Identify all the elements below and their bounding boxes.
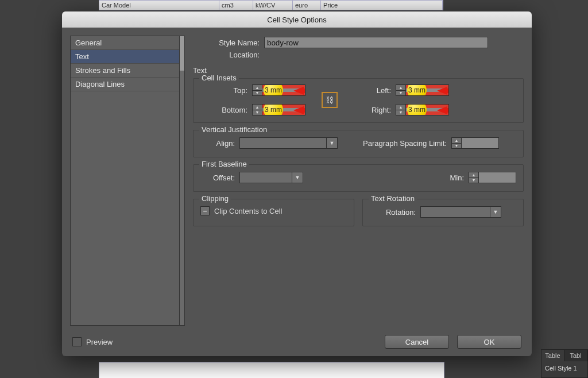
location-label: Location:	[193, 51, 264, 59]
bottom-label: Bottom:	[200, 106, 252, 114]
sidebar-scrollbar[interactable]	[179, 36, 185, 326]
rotation-label: Rotation:	[370, 208, 420, 217]
legend-cell-insets: Cell Insets	[199, 74, 239, 82]
stepper-up-icon[interactable]: ▲	[396, 85, 405, 90]
col-header: cm3	[219, 1, 253, 10]
arrow-left-icon	[293, 106, 304, 114]
psl-label: Paragraph Spacing Limit:	[338, 139, 451, 148]
chevron-down-icon[interactable]: ▼	[292, 172, 303, 183]
legend-clipping: Clipping	[199, 194, 231, 203]
sidebar-item-general[interactable]: General	[71, 36, 180, 50]
offset-label: Offset:	[200, 173, 239, 182]
document-table-header: Car Model cm3 kW/CV euro Price	[99, 0, 443, 10]
legend-vjust: Vertical Justification	[199, 125, 269, 134]
stepper-down-icon[interactable]: ▼	[452, 143, 461, 149]
sidebar-item-text[interactable]: Text	[71, 50, 180, 64]
dialog-footer: Preview Cancel OK	[62, 327, 532, 356]
stepper-up-icon[interactable]: ▲	[253, 85, 262, 90]
col-header: Price	[321, 1, 443, 10]
dialog-title: Cell Style Options	[267, 16, 326, 24]
inset-bottom-stepper[interactable]: ▲▼ 3 mm	[252, 104, 315, 115]
min-stepper[interactable]: ▲▼	[469, 172, 516, 183]
inset-left-stepper[interactable]: ▲▼ 3 mm	[396, 84, 459, 96]
arrow-left-icon	[437, 87, 447, 95]
arrow-left-icon	[293, 87, 304, 95]
sidebar-item-strokes-and-fills[interactable]: Strokes and Fills	[71, 64, 180, 78]
clip-contents-label: Clip Contents to Cell	[214, 207, 283, 215]
chevron-down-icon[interactable]: ▼	[490, 206, 501, 218]
cell-style-options-dialog: Cell Style Options General Text Strokes …	[62, 11, 532, 356]
chain-link-icon: ⛓	[326, 95, 334, 105]
group-text-rotation: Text Rotation Rotation: ▼	[362, 199, 524, 226]
inset-right-field[interactable]: 3 mm	[406, 104, 449, 115]
dialog-titlebar[interactable]: Cell Style Options	[62, 11, 532, 28]
tab-table-2[interactable]: Tabl	[564, 350, 587, 361]
clip-contents-tristate[interactable]: –	[200, 206, 210, 215]
dialog-main: Style Name: Location: Text Cell Insets T…	[193, 36, 524, 327]
scrollbar-thumb[interactable]	[180, 36, 184, 71]
style-name-input[interactable]	[264, 37, 488, 48]
min-label: Min:	[435, 173, 469, 182]
section-title-text: Text	[193, 66, 524, 75]
align-label: Align:	[200, 139, 239, 148]
stepper-down-icon[interactable]: ▼	[396, 90, 405, 96]
stepper-down-icon[interactable]: ▼	[253, 90, 262, 96]
right-label: Right:	[344, 106, 396, 114]
link-insets-toggle[interactable]: ⛓	[322, 92, 338, 108]
psl-field[interactable]	[462, 137, 499, 149]
preview-label: Preview	[86, 338, 113, 346]
group-vertical-justification: Vertical Justification Align: ▼ Paragrap…	[193, 130, 524, 157]
cancel-button[interactable]: Cancel	[385, 335, 449, 349]
col-header: kW/CV	[253, 1, 293, 10]
category-list: General Text Strokes and Fills Diagonal …	[70, 36, 180, 326]
chevron-down-icon[interactable]: ▼	[326, 137, 338, 149]
category-sidebar: General Text Strokes and Fills Diagonal …	[70, 36, 185, 327]
panel-list-item[interactable]: Cell Style 1	[541, 361, 587, 377]
legend-baseline: First Baseline	[199, 160, 249, 168]
tab-table[interactable]: Table	[541, 350, 564, 361]
stepper-up-icon[interactable]: ▲	[452, 138, 461, 143]
style-name-label: Style Name:	[193, 38, 264, 47]
document-page-edge	[99, 362, 444, 378]
inset-bottom-field[interactable]: 3 mm	[262, 104, 305, 115]
psl-stepper[interactable]: ▲▼	[451, 137, 499, 149]
inset-top-field[interactable]: 3 mm	[262, 84, 305, 96]
stepper-down-icon[interactable]: ▼	[396, 110, 405, 115]
col-header: Car Model	[99, 1, 219, 10]
cell-styles-panel: Table Tabl Cell Style 1	[541, 349, 588, 378]
stepper-up-icon[interactable]: ▲	[469, 172, 478, 178]
align-combo[interactable]: ▼	[239, 137, 338, 149]
group-cell-insets: Cell Insets Top: ▲▼ 3 mm ⛓ Left:	[193, 78, 524, 123]
preview-checkbox[interactable]	[72, 337, 82, 346]
stepper-up-icon[interactable]: ▲	[396, 105, 405, 110]
arrow-left-icon	[437, 106, 447, 114]
top-label: Top:	[200, 86, 252, 95]
col-header: euro	[293, 1, 321, 10]
sidebar-item-diagonal-lines[interactable]: Diagonal Lines	[71, 78, 180, 91]
ok-button[interactable]: OK	[457, 335, 521, 349]
stepper-up-icon[interactable]: ▲	[253, 105, 262, 110]
left-label: Left:	[344, 86, 396, 95]
offset-combo[interactable]: ▼	[239, 172, 303, 183]
rotation-combo[interactable]: ▼	[420, 206, 501, 218]
group-first-baseline: First Baseline Offset: ▼ Min: ▲▼	[193, 164, 524, 192]
legend-rotation: Text Rotation	[369, 194, 417, 203]
stepper-down-icon[interactable]: ▼	[253, 110, 262, 115]
inset-top-stepper[interactable]: ▲▼ 3 mm	[252, 84, 315, 96]
inset-left-field[interactable]: 3 mm	[406, 84, 449, 96]
stepper-down-icon[interactable]: ▼	[469, 178, 478, 183]
inset-right-stepper[interactable]: ▲▼ 3 mm	[396, 104, 459, 115]
group-clipping: Clipping – Clip Contents to Cell	[193, 199, 354, 226]
min-field[interactable]	[479, 172, 516, 183]
